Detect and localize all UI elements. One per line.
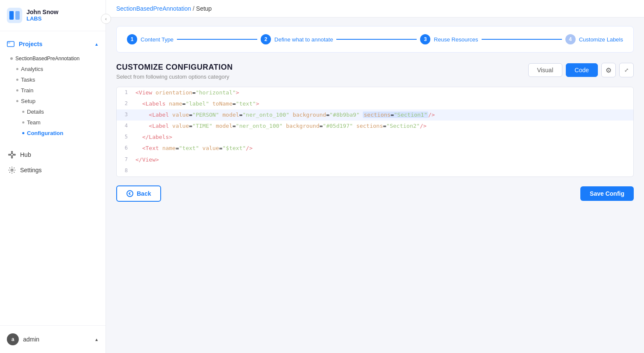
svg-rect-2 bbox=[15, 11, 20, 20]
sidebar-nav: Projects ▲ SectionBasedPreAnnotation Ana… bbox=[0, 31, 106, 325]
code-line-3: 3 <Label value="PERSON" model="ner_onto_… bbox=[117, 109, 633, 121]
settings-config-button[interactable]: ⚙ bbox=[601, 63, 616, 77]
view-toggle: Visual Code ⚙ ⤢ bbox=[528, 63, 634, 77]
sidebar-item-setup[interactable]: Setup bbox=[13, 96, 106, 106]
sidebar-item-settings[interactable]: Settings bbox=[0, 162, 106, 178]
sidebar-item-hub[interactable]: Hub bbox=[0, 147, 106, 162]
visual-button[interactable]: Visual bbox=[528, 63, 562, 77]
step-3-num: 3 bbox=[420, 34, 430, 44]
step-connector-3 bbox=[482, 39, 562, 40]
svg-rect-5 bbox=[7, 41, 10, 44]
step-4[interactable]: 4 Customize Labels bbox=[565, 34, 623, 44]
sidebar-item-details[interactable]: Details bbox=[19, 106, 106, 117]
project-name: SectionBasedPreAnnotation bbox=[15, 56, 79, 62]
step-1-num: 1 bbox=[127, 34, 137, 44]
user-row[interactable]: a admin ▲ bbox=[0, 329, 106, 350]
avatar: a bbox=[7, 333, 19, 345]
code-button[interactable]: Code bbox=[566, 63, 598, 77]
logo-icon bbox=[7, 8, 22, 23]
steps-bar: 1 Content Type 2 Define what to annotate… bbox=[116, 26, 634, 53]
projects-label: Projects bbox=[19, 41, 42, 47]
logo-text: John Snow LABS bbox=[26, 9, 59, 22]
code-editor[interactable]: 1 <View orientation="horizontal"> 2 <Lab… bbox=[116, 87, 634, 177]
sidebar-item-train[interactable]: Train bbox=[13, 85, 106, 96]
sidebar-item-tasks[interactable]: Tasks bbox=[13, 74, 106, 85]
breadcrumb-sep: / bbox=[193, 5, 194, 12]
settings-icon bbox=[8, 166, 16, 174]
details-label: Details bbox=[27, 109, 44, 115]
sidebar-bottom: a admin ▲ bbox=[0, 325, 106, 353]
content-area: 1 Content Type 2 Define what to annotate… bbox=[106, 18, 644, 353]
config-subtitle: Select from following custom options cat… bbox=[116, 74, 233, 80]
save-config-button[interactable]: Save Config bbox=[580, 186, 634, 201]
collapse-sidebar-button[interactable]: ‹ bbox=[101, 14, 111, 24]
project-tree: SectionBasedPreAnnotation Analytics Task… bbox=[0, 52, 106, 140]
project-children: Analytics Tasks Train Setup Details bbox=[7, 64, 106, 138]
breadcrumb-project[interactable]: SectionBasedPreAnnotation bbox=[116, 5, 191, 12]
step-3[interactable]: 3 Reuse Resources bbox=[420, 34, 478, 44]
svg-point-9 bbox=[9, 154, 10, 156]
step-connector-1 bbox=[177, 39, 257, 40]
svg-rect-3 bbox=[9, 11, 14, 15]
code-line-6: 6 <Text name="text" value="$text"/> bbox=[117, 143, 633, 154]
code-line-2: 2 <Labels name="label" toName="text"> bbox=[117, 98, 633, 109]
svg-point-8 bbox=[12, 157, 13, 158]
sidebar-item-analytics[interactable]: Analytics bbox=[13, 64, 106, 74]
code-line-1: 1 <View orientation="horizontal"> bbox=[117, 87, 633, 98]
configuration-label: Configuration bbox=[27, 130, 63, 136]
step-4-label: Customize Labels bbox=[579, 36, 623, 43]
projects-chevron: ▲ bbox=[94, 42, 99, 47]
tasks-label: Tasks bbox=[21, 76, 35, 83]
projects-icon bbox=[7, 40, 15, 48]
setup-children: Details Team Configuration bbox=[13, 106, 106, 138]
hub-icon bbox=[8, 151, 16, 159]
user-chevron: ▲ bbox=[94, 337, 99, 342]
back-button[interactable]: Back bbox=[116, 185, 161, 202]
step-2[interactable]: 2 Define what to annotate bbox=[261, 34, 333, 44]
svg-point-10 bbox=[14, 154, 15, 156]
sidebar-item-projects[interactable]: Projects ▲ bbox=[0, 36, 106, 52]
config-title: CUSTOMIZE CONFIGURATION bbox=[116, 63, 233, 72]
setup-label: Setup bbox=[21, 98, 35, 104]
back-icon bbox=[126, 190, 133, 197]
sidebar-item-team[interactable]: Team bbox=[19, 117, 106, 128]
breadcrumb: SectionBasedPreAnnotation / Setup bbox=[106, 0, 644, 18]
step-connector-2 bbox=[336, 39, 417, 40]
hub-label: Hub bbox=[20, 151, 31, 158]
code-line-4: 4 <Label value="TIME" model="ner_onto_10… bbox=[117, 121, 633, 132]
step-3-label: Reuse Resources bbox=[434, 36, 478, 43]
logo-line2: LABS bbox=[26, 16, 59, 22]
svg-point-7 bbox=[12, 151, 13, 153]
train-label: Train bbox=[21, 87, 33, 94]
analytics-label: Analytics bbox=[21, 66, 43, 72]
code-line-7: 7 </View> bbox=[117, 154, 633, 165]
team-label: Team bbox=[27, 119, 41, 126]
step-1[interactable]: 1 Content Type bbox=[127, 34, 173, 44]
logo: John Snow LABS bbox=[0, 0, 106, 31]
main-content: SectionBasedPreAnnotation / Setup 1 Cont… bbox=[106, 0, 644, 353]
svg-point-15 bbox=[11, 169, 13, 171]
sidebar-item-configuration[interactable]: Configuration bbox=[19, 128, 106, 138]
username: admin bbox=[23, 336, 39, 343]
code-line-8: 8 bbox=[117, 165, 633, 176]
expand-button[interactable]: ⤢ bbox=[619, 63, 634, 77]
step-2-label: Define what to annotate bbox=[274, 36, 333, 43]
logo-line1: John Snow bbox=[26, 9, 59, 15]
code-line-5: 5 </Labels> bbox=[117, 132, 633, 143]
config-header: CUSTOMIZE CONFIGURATION Select from foll… bbox=[116, 63, 634, 80]
sidebar: John Snow LABS Projects ▲ SectionBasedPr… bbox=[0, 0, 106, 353]
step-4-num: 4 bbox=[565, 34, 576, 44]
back-label: Back bbox=[137, 190, 151, 197]
step-2-num: 2 bbox=[261, 34, 271, 44]
project-root[interactable]: SectionBasedPreAnnotation bbox=[7, 53, 106, 64]
svg-point-16 bbox=[127, 191, 133, 197]
bottom-actions: Back Save Config bbox=[116, 185, 634, 205]
breadcrumb-current: Setup bbox=[196, 5, 212, 12]
settings-label: Settings bbox=[20, 167, 42, 174]
svg-point-6 bbox=[11, 153, 13, 156]
svg-rect-0 bbox=[7, 8, 22, 23]
step-1-label: Content Type bbox=[141, 36, 173, 43]
